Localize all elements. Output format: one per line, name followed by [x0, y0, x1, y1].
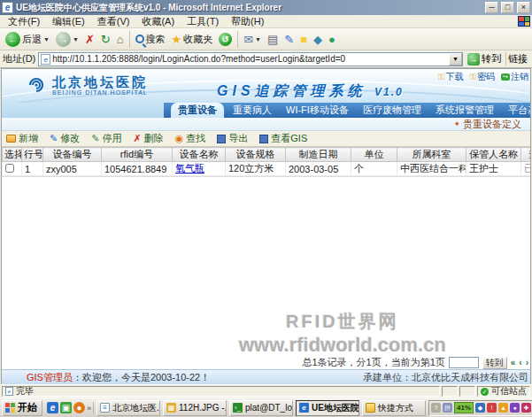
discuss-icon: ◆: [313, 34, 322, 45]
close-button[interactable]: ×: [517, 2, 530, 13]
hospital-name-en: BEIJING DITAN HOSPITAL: [52, 89, 148, 96]
menu-tools[interactable]: 工具(T): [181, 15, 225, 28]
taskbar-item-ie-active[interactable]: eUE地坛医院...: [296, 400, 359, 416]
messenger-button[interactable]: ●: [326, 33, 338, 46]
taskbar: 开始 e ▣ ● » ≡北京地坛医... ▦112H.JPG -... ›_pl…: [0, 398, 532, 417]
menu-help[interactable]: 帮助(H): [225, 15, 270, 28]
download-link[interactable]: ⚿下载: [438, 71, 464, 83]
address-dropdown-icon[interactable]: ▼: [449, 53, 462, 66]
history-button[interactable]: ↺: [216, 32, 235, 47]
col-name: 设备名称: [173, 148, 226, 162]
tab-wifi-devices[interactable]: WI-FI移动设备: [279, 103, 356, 118]
menu-favorites[interactable]: 收藏(A): [135, 15, 181, 28]
tray-icon-blue[interactable]: ◆: [475, 403, 485, 413]
page-number-input[interactable]: [449, 357, 479, 368]
favorites-button[interactable]: ★ 收藏夹: [169, 32, 216, 47]
trusted-sites-icon: ✓: [481, 388, 489, 396]
image-icon: ▦: [166, 403, 176, 413]
disable-button[interactable]: ✎停用: [91, 132, 121, 145]
back-icon: ←: [5, 32, 20, 47]
tray-icon-pink[interactable]: ✚: [521, 403, 531, 413]
tab-platform-info[interactable]: 平台基础信息: [501, 103, 530, 118]
tab-alarm-management[interactable]: 系统报警管理: [428, 103, 501, 118]
quick-launch-ie-icon[interactable]: e: [47, 402, 58, 413]
export-button[interactable]: 导出: [217, 132, 248, 145]
bullet-icon: ✦: [453, 120, 460, 128]
search-button[interactable]: 搜索: [133, 32, 168, 47]
tray-icon-shield[interactable]: ▲: [498, 403, 508, 413]
pagination-summary: 总1条记录，分1页，当前为第1页: [302, 356, 444, 369]
first-page-icon[interactable]: «: [511, 358, 516, 367]
links-label[interactable]: 链接: [505, 52, 529, 66]
tab-important-patients[interactable]: 重要病人: [226, 103, 279, 118]
tray-icon-purple[interactable]: ●: [510, 403, 520, 413]
page-footer: GIS管理员 ：欢迎您，今天是2003-10-22！ 承建单位：北京优比天成科技…: [2, 369, 530, 384]
goto-page-button[interactable]: 转到: [482, 357, 507, 369]
add-button[interactable]: 新增: [6, 132, 38, 145]
watermark: RFID世界网 www.rfidworld.com.cn: [239, 310, 446, 357]
row-checkbox[interactable]: [5, 164, 14, 173]
status-panel: [442, 386, 458, 397]
minimize-button[interactable]: ─: [485, 2, 498, 13]
maximize-button[interactable]: □: [501, 2, 514, 13]
logout-link[interactable]: ↪注销: [501, 71, 528, 83]
notes-button[interactable]: ■: [297, 33, 310, 46]
watermark-line2: www.rfidworld.com.cn: [239, 334, 446, 357]
address-input-box: e ▼: [38, 52, 463, 66]
tab-medical-waste[interactable]: 医疗废物管理: [356, 103, 428, 118]
device-no-cell: zxy005: [43, 162, 102, 176]
mail-button[interactable]: ✉▼: [241, 33, 264, 46]
taskbar-item-shortcuts[interactable]: 快捷方式: [362, 400, 426, 416]
home-button[interactable]: ⌂: [114, 33, 127, 46]
tray-input-icon[interactable]: 拼: [443, 403, 452, 413]
rfid-no-cell: 1054621.8849: [102, 162, 173, 176]
taskbar-item-image[interactable]: ▦112H.JPG -...: [163, 400, 227, 416]
next-page-icon[interactable]: ›: [526, 358, 528, 367]
tray-meter[interactable]: 41%: [454, 402, 474, 413]
quick-launch-overflow-icon[interactable]: »: [87, 404, 91, 413]
go-arrow-icon: →: [467, 53, 480, 66]
forward-dropdown-icon[interactable]: ▼: [73, 36, 79, 42]
start-button[interactable]: 开始: [2, 400, 42, 416]
printer-icon: ▤: [267, 34, 278, 45]
print-button[interactable]: ▤: [265, 33, 281, 46]
go-button[interactable]: → 转到: [466, 52, 503, 66]
col-date: 制造日期: [286, 148, 351, 162]
quick-launch-app-icon[interactable]: ▣: [60, 402, 72, 413]
menu-view[interactable]: 查看(V): [91, 15, 136, 28]
star-icon: ★: [172, 34, 182, 45]
refresh-button[interactable]: ↻: [98, 33, 113, 46]
quick-launch-browser-icon[interactable]: ●: [73, 402, 85, 413]
taskbar-item-terminal[interactable]: ›_plat@DT_lo...: [229, 400, 293, 416]
prev-page-icon[interactable]: ‹: [519, 358, 521, 367]
page-banner: 北京地坛医院 BEIJING DITAN HOSPITAL GIS追踪管理系统 …: [2, 69, 530, 103]
address-input[interactable]: [52, 54, 447, 64]
back-dropdown-icon[interactable]: ▼: [43, 36, 50, 42]
delete-button[interactable]: ✗删除: [133, 132, 163, 145]
edit-button[interactable]: ✎: [281, 33, 297, 46]
taskbar-item-hospital-doc[interactable]: ≡北京地坛医...: [96, 400, 160, 416]
stop-button[interactable]: ✗: [82, 33, 97, 46]
view-gis-button[interactable]: 查看GIS: [259, 132, 307, 145]
security-zone-text: 可信站点: [491, 385, 527, 398]
menu-file[interactable]: 文件(F): [2, 15, 46, 28]
device-name-link[interactable]: 氧气瓶: [175, 163, 204, 174]
equipment-definition-link[interactable]: 贵重设备定义: [463, 118, 521, 131]
discuss-button[interactable]: ◆: [311, 33, 325, 46]
status-text: 完毕: [16, 385, 34, 398]
modify-button[interactable]: ✎修改: [50, 132, 80, 145]
col-device-no: 设备编号: [43, 148, 102, 162]
hospital-logo: 北京地坛医院 BEIJING DITAN HOSPITAL: [25, 73, 148, 97]
find-button[interactable]: ◉查找: [175, 132, 206, 145]
history-icon: ↺: [219, 33, 232, 46]
row-no-cell: 1: [22, 162, 43, 176]
tray-help-icon[interactable]: ?: [431, 403, 441, 413]
tab-valuable-equipment[interactable]: 贵重设备: [171, 103, 224, 118]
menu-edit[interactable]: 编辑(E): [46, 15, 91, 28]
tray-icon-red[interactable]: !: [487, 403, 497, 413]
document-icon: ≡: [100, 403, 110, 413]
back-button[interactable]: ← 后退 ▼: [3, 31, 52, 48]
password-link[interactable]: ⚿密码: [469, 71, 495, 83]
refresh-icon: ↻: [101, 34, 111, 45]
forward-button[interactable]: → ▼: [53, 31, 81, 48]
